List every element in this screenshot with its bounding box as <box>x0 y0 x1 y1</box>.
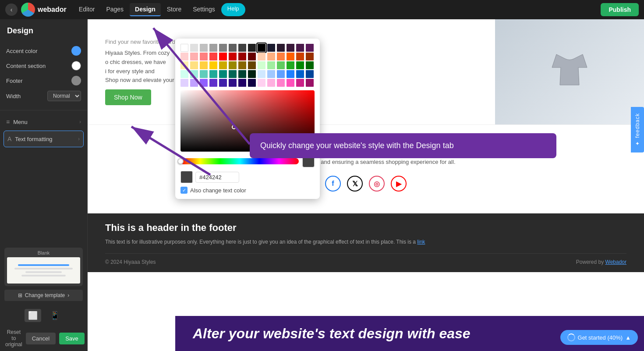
change-template-button[interactable]: ⊞ Change template › <box>4 290 83 301</box>
color-swatch-p3[interactable] <box>200 79 208 87</box>
color-swatch-2[interactable] <box>200 44 208 52</box>
color-swatch-5[interactable] <box>229 44 237 52</box>
color-swatch-b3[interactable] <box>277 70 285 78</box>
color-swatch-11[interactable] <box>287 44 294 52</box>
color-swatch-p8[interactable] <box>248 79 256 87</box>
color-swatch-r8[interactable] <box>248 53 256 60</box>
twitter-x-icon[interactable]: 𝕏 <box>347 176 363 191</box>
color-swatch-p5[interactable] <box>219 79 227 87</box>
color-swatch-y4[interactable] <box>209 61 217 69</box>
color-swatch-t3[interactable] <box>200 70 208 78</box>
color-swatch-y7[interactable] <box>238 61 246 69</box>
content-color-swatch[interactable] <box>71 61 81 71</box>
color-swatch-r5[interactable] <box>219 53 227 60</box>
nav-store[interactable]: Store <box>162 3 187 16</box>
color-swatch-b5[interactable] <box>296 70 304 78</box>
footer-color-swatch[interactable] <box>71 76 81 85</box>
also-change-text-checkbox[interactable]: ✓ <box>180 187 188 194</box>
color-swatch-p4[interactable] <box>209 79 217 87</box>
color-swatch-p6[interactable] <box>229 79 237 87</box>
instagram-icon[interactable]: ◎ <box>369 176 385 191</box>
color-swatch-o3[interactable] <box>277 53 285 60</box>
nav-help[interactable]: Help <box>221 3 245 16</box>
color-swatch-g2[interactable] <box>267 61 275 69</box>
color-swatch-r2[interactable] <box>190 53 198 60</box>
color-swatch-g5[interactable] <box>296 61 304 69</box>
color-swatch-pk5[interactable] <box>296 79 304 87</box>
color-swatch-7[interactable] <box>248 44 256 52</box>
color-swatch-t2[interactable] <box>190 70 198 78</box>
ai-feedback-button[interactable]: ✦ feedback <box>631 107 644 152</box>
color-swatch-r6[interactable] <box>229 53 237 60</box>
color-swatch-o4[interactable] <box>287 53 294 60</box>
color-swatch-9[interactable] <box>267 44 275 52</box>
hero-cta-button[interactable]: Shop Now <box>105 89 151 105</box>
webador-link[interactable]: Webador <box>605 259 626 265</box>
color-swatch-y3[interactable] <box>200 61 208 69</box>
color-swatch-t6[interactable] <box>229 70 237 78</box>
color-swatch-6[interactable] <box>238 44 246 52</box>
desktop-view-button[interactable]: ⬜ <box>25 309 41 322</box>
accent-color-swatch[interactable] <box>71 46 81 56</box>
width-select[interactable]: Normal Wide Narrow <box>47 91 81 101</box>
hex-input[interactable] <box>195 172 239 183</box>
color-swatch-y6[interactable] <box>229 61 237 69</box>
color-swatch-g1[interactable] <box>258 61 265 69</box>
color-swatch-b4[interactable] <box>287 70 294 78</box>
color-swatch-pk3[interactable] <box>277 79 285 87</box>
color-swatch-b2[interactable] <box>267 70 275 78</box>
color-swatch-pk4[interactable] <box>287 79 294 87</box>
get-started-button[interactable]: Get started (40%) ▲ <box>560 330 638 345</box>
cancel-button[interactable]: Cancel <box>26 333 56 344</box>
color-swatch-t1[interactable] <box>180 70 188 78</box>
color-swatch-pk6[interactable] <box>306 79 314 87</box>
color-swatch-r3[interactable] <box>200 53 208 60</box>
color-swatch-12[interactable] <box>296 44 304 52</box>
nav-design[interactable]: Design <box>130 3 161 16</box>
publish-button[interactable]: Publish <box>601 3 639 16</box>
back-button[interactable]: ‹ <box>5 4 18 16</box>
color-swatch-13[interactable] <box>306 44 314 52</box>
color-swatch-t4[interactable] <box>209 70 217 78</box>
color-swatch-t8[interactable] <box>248 70 256 78</box>
color-swatch-p1[interactable] <box>180 79 188 87</box>
text-formatting-item[interactable]: A Text formatting › <box>4 131 84 147</box>
color-swatch-t5[interactable] <box>219 70 227 78</box>
color-swatch-1[interactable] <box>190 44 198 52</box>
menu-item[interactable]: ≡ Menu › <box>0 114 87 130</box>
color-swatch-b6[interactable] <box>306 70 314 78</box>
color-swatch-3[interactable] <box>209 44 217 52</box>
color-swatch-r4[interactable] <box>209 53 217 60</box>
color-swatch-p7[interactable] <box>238 79 246 87</box>
color-swatch-g6[interactable] <box>306 61 314 69</box>
color-swatch-g4[interactable] <box>287 61 294 69</box>
color-swatch-y2[interactable] <box>190 61 198 69</box>
color-swatch-o5[interactable] <box>296 53 304 60</box>
hue-slider[interactable] <box>180 158 299 164</box>
facebook-icon[interactable]: f <box>325 176 341 191</box>
color-swatch-o1[interactable] <box>258 53 265 60</box>
color-swatch-10[interactable] <box>277 44 285 52</box>
color-swatch-pk2[interactable] <box>267 79 275 87</box>
color-swatch-y1[interactable] <box>180 61 188 69</box>
color-swatch-r7[interactable] <box>238 53 246 60</box>
color-swatch-pk1[interactable] <box>258 79 265 87</box>
color-swatch-o6[interactable] <box>306 53 314 60</box>
color-swatch-black[interactable] <box>258 44 265 52</box>
color-swatch-p2[interactable] <box>190 79 198 87</box>
mobile-view-button[interactable]: 📱 <box>46 309 63 322</box>
nav-pages[interactable]: Pages <box>101 3 129 16</box>
color-swatch-y8[interactable] <box>248 61 256 69</box>
color-swatch-4[interactable] <box>219 44 227 52</box>
color-swatch-o2[interactable] <box>267 53 275 60</box>
color-swatch-t7[interactable] <box>238 70 246 78</box>
color-swatch-white[interactable] <box>180 44 188 52</box>
color-swatch-g3[interactable] <box>277 61 285 69</box>
reset-button[interactable]: Reset to original <box>5 329 22 347</box>
nav-settings[interactable]: Settings <box>188 3 220 16</box>
color-swatch-b1[interactable] <box>258 70 265 78</box>
nav-editor[interactable]: Editor <box>74 3 100 16</box>
youtube-icon[interactable]: ▶ <box>391 176 407 191</box>
footer-link[interactable]: link <box>417 239 425 245</box>
color-swatch-y5[interactable] <box>219 61 227 69</box>
